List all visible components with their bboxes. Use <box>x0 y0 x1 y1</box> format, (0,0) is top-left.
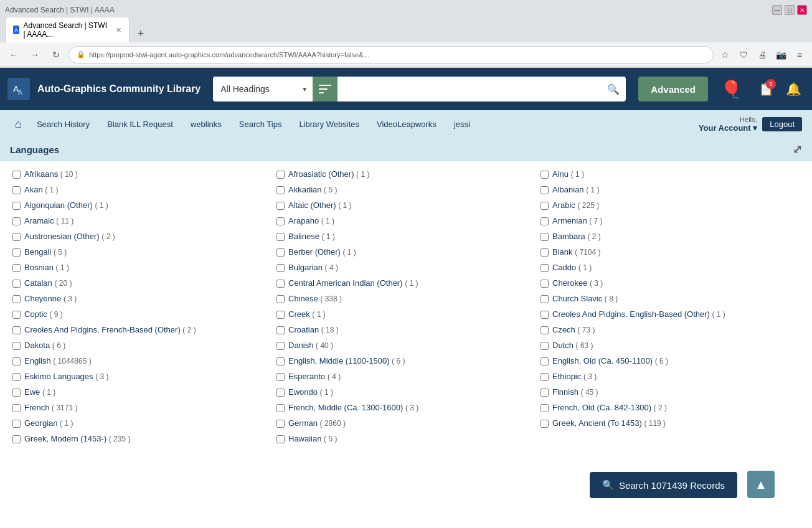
maximize-btn[interactable]: □ <box>785 5 795 15</box>
lang-checkbox[interactable] <box>12 373 21 381</box>
nav-videoleapworks[interactable]: VideoLeapworks <box>369 115 444 134</box>
lang-checkbox[interactable] <box>276 202 285 210</box>
active-tab[interactable]: A Advanced Search | STWI | AAAA... ✕ <box>5 17 130 42</box>
lang-checkbox[interactable] <box>12 435 21 443</box>
lang-name[interactable]: Akkadian ( 5 ) <box>288 185 337 194</box>
lang-name[interactable]: Creoles And Pidgins, French-Based (Other… <box>24 325 196 334</box>
lang-checkbox[interactable] <box>12 186 21 194</box>
your-account-link[interactable]: Your Account ▾ <box>699 123 757 133</box>
lang-checkbox[interactable] <box>276 373 285 381</box>
lang-name[interactable]: Arapaho ( 1 ) <box>288 216 334 225</box>
lang-name[interactable]: Ewondo ( 1 ) <box>288 387 333 397</box>
filter-btn[interactable] <box>313 77 338 101</box>
nav-library-websites[interactable]: Library Websites <box>291 115 367 134</box>
expand-icon[interactable]: ⤢ <box>793 143 802 156</box>
reload-btn[interactable]: ↻ <box>47 46 65 64</box>
lang-checkbox[interactable] <box>276 420 285 428</box>
lang-checkbox[interactable] <box>12 248 21 257</box>
lang-checkbox[interactable] <box>541 202 549 210</box>
lang-name[interactable]: French ( 3171 ) <box>24 403 77 412</box>
search-text-input[interactable] <box>338 77 601 101</box>
lang-name[interactable]: Bambara ( 2 ) <box>552 232 601 241</box>
lang-name[interactable]: Afrikaans ( 10 ) <box>24 169 78 179</box>
lang-name[interactable]: Albanian ( 1 ) <box>552 185 600 194</box>
lang-checkbox[interactable] <box>541 295 549 303</box>
lang-name[interactable]: Hawaiian ( 5 ) <box>288 434 337 443</box>
lang-name[interactable]: English, Middle (1100-1500) ( 6 ) <box>288 356 405 365</box>
lang-name[interactable]: Creoles And Pidgins, English-Based (Othe… <box>552 309 725 319</box>
lang-checkbox[interactable] <box>541 373 549 381</box>
lang-checkbox[interactable] <box>12 311 21 319</box>
lang-checkbox[interactable] <box>276 311 285 319</box>
lang-name[interactable]: Bosnian ( 1 ) <box>24 263 69 272</box>
lang-checkbox[interactable] <box>541 217 549 225</box>
lang-checkbox[interactable] <box>276 264 285 272</box>
lang-checkbox[interactable] <box>541 420 549 428</box>
nav-weblinks[interactable]: weblinks <box>183 115 229 134</box>
lang-name[interactable]: Georgian ( 1 ) <box>24 418 73 428</box>
nav-search-tips[interactable]: Search Tips <box>232 115 290 134</box>
new-tab-btn[interactable]: + <box>132 25 149 42</box>
lang-name[interactable]: Bulgarian ( 4 ) <box>288 263 338 272</box>
lang-name[interactable]: Eskimo Languages ( 3 ) <box>24 372 109 381</box>
lang-checkbox[interactable] <box>12 264 21 272</box>
lang-name[interactable]: Armenian ( 7 ) <box>552 216 603 225</box>
shield-icon[interactable]: 🛡 <box>736 47 751 62</box>
lang-name[interactable]: Czech ( 73 ) <box>552 325 595 334</box>
lang-name[interactable]: English, Old (Ca. 450-1100) ( 6 ) <box>552 356 668 365</box>
lang-name[interactable]: Altaic (Other) ( 1 ) <box>288 200 352 210</box>
lang-checkbox[interactable] <box>276 389 285 397</box>
lang-name[interactable]: Finnish ( 45 ) <box>552 387 598 397</box>
lang-checkbox[interactable] <box>276 248 285 257</box>
screenshot-icon[interactable]: 📷 <box>773 47 788 62</box>
lang-name[interactable]: Ewe ( 1 ) <box>24 387 55 397</box>
lang-name[interactable]: Afroasiatic (Other) ( 1 ) <box>288 169 369 179</box>
advanced-btn[interactable]: Advanced <box>638 77 708 101</box>
lang-checkbox[interactable] <box>541 342 549 350</box>
nav-home-btn[interactable]: ⌂ <box>10 115 27 133</box>
lang-checkbox[interactable] <box>276 404 285 412</box>
lang-checkbox[interactable] <box>12 233 21 241</box>
lang-name[interactable]: Church Slavic ( 8 ) <box>552 294 618 303</box>
lang-name[interactable]: Blank ( 7104 ) <box>552 247 601 257</box>
lang-checkbox[interactable] <box>276 280 285 288</box>
lang-name[interactable]: French, Old (Ca. 842-1300) ( 2 ) <box>552 403 667 412</box>
minimize-btn[interactable]: — <box>772 5 782 15</box>
bookmark-icon[interactable]: ☆ <box>717 47 732 62</box>
lang-checkbox[interactable] <box>541 171 549 179</box>
lang-name[interactable]: Danish ( 40 ) <box>288 341 333 350</box>
lang-checkbox[interactable] <box>12 404 21 412</box>
lang-checkbox[interactable] <box>276 186 285 194</box>
lang-checkbox[interactable] <box>12 357 21 365</box>
lang-checkbox[interactable] <box>12 171 21 179</box>
menu-icon[interactable]: ≡ <box>792 47 807 62</box>
lang-name[interactable]: German ( 2860 ) <box>288 418 346 428</box>
lang-name[interactable]: Berber (Other) ( 1 ) <box>288 247 356 257</box>
lang-checkbox[interactable] <box>276 342 285 350</box>
lang-checkbox[interactable] <box>541 248 549 257</box>
lang-name[interactable]: Catalan ( 20 ) <box>24 278 72 288</box>
nav-search-history[interactable]: Search History <box>29 115 97 134</box>
bell-btn[interactable]: 🔔 <box>782 78 805 100</box>
lang-name[interactable]: Central American Indian (Other) ( 1 ) <box>288 278 418 288</box>
lang-checkbox[interactable] <box>541 186 549 194</box>
lang-name[interactable]: Algonquian (Other) ( 1 ) <box>24 200 108 210</box>
nav-jessi[interactable]: jessi <box>446 115 478 134</box>
lang-checkbox[interactable] <box>12 326 21 334</box>
close-btn[interactable]: ✕ <box>797 5 807 15</box>
print-icon[interactable]: 🖨 <box>755 47 770 62</box>
lang-name[interactable]: Dakota ( 6 ) <box>24 341 65 350</box>
lang-checkbox[interactable] <box>276 295 285 303</box>
lang-checkbox[interactable] <box>541 280 549 288</box>
lang-name[interactable]: English ( 1044865 ) <box>24 356 92 365</box>
lang-name[interactable]: Ethiopic ( 3 ) <box>552 372 597 381</box>
lang-checkbox[interactable] <box>12 217 21 225</box>
lang-checkbox[interactable] <box>541 326 549 334</box>
lang-checkbox[interactable] <box>541 357 549 365</box>
lang-name[interactable]: Croatian ( 18 ) <box>288 325 339 334</box>
lang-checkbox[interactable] <box>541 264 549 272</box>
lang-name[interactable]: Esperanto ( 4 ) <box>288 372 341 381</box>
lang-name[interactable]: French, Middle (Ca. 1300-1600) ( 3 ) <box>288 403 418 412</box>
lang-checkbox[interactable] <box>541 404 549 412</box>
lang-checkbox[interactable] <box>276 435 285 443</box>
